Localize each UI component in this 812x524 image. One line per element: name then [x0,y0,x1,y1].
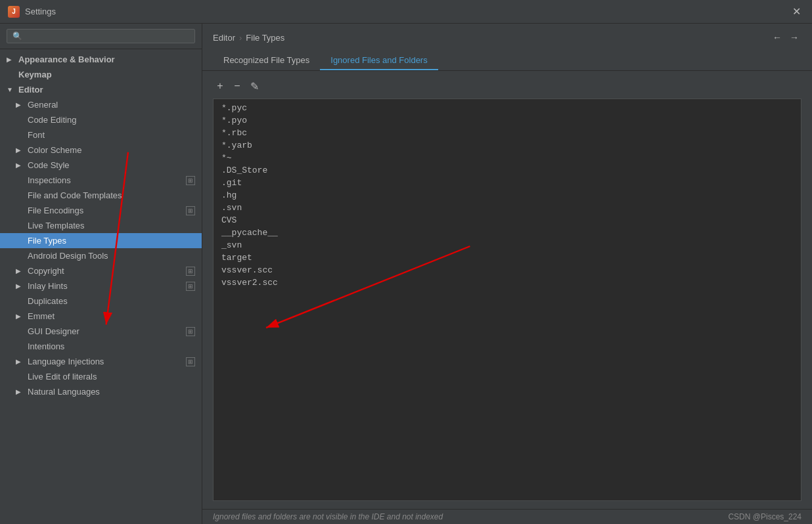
status-text: Ignored files and folders are not visibl… [213,512,443,521]
sidebar-item-label: General [28,100,58,110]
search-input[interactable] [7,29,195,43]
sidebar-item-label: Font [28,130,45,140]
chevron-icon: ▶ [16,101,24,108]
title-bar: J Settings ✕ [0,0,812,24]
list-item[interactable]: *~ [214,152,801,164]
sidebar-badge: ⊞ [186,282,195,291]
chevron-icon: ▶ [16,358,24,365]
sidebar-item-label: Live Templates [28,221,84,230]
close-button[interactable]: ✕ [788,4,804,20]
sidebar-item-label: Live Edit of literals [28,372,97,382]
sidebar-item-label: Code Style [28,160,70,170]
tabs-container: Recognized File TypesIgnored Files and F… [213,51,801,70]
tab-ignored[interactable]: Ignored Files and Folders [320,51,438,70]
sidebar-badge: ⊞ [186,357,195,366]
sidebar-item-label: Android Design Tools [28,251,108,261]
sidebar-item-live-templates[interactable]: ▶Live Templates [0,218,202,233]
edit-button[interactable]: ✎ [247,79,261,93]
sidebar-badge: ⊞ [186,327,195,336]
sidebar-item-label: Code Editing [28,115,76,125]
sidebar-item-file-code-templates[interactable]: ▶File and Code Templates [0,188,202,203]
chevron-icon: ▶ [16,282,24,290]
sidebar-item-android-design-tools[interactable]: ▶Android Design Tools [0,248,202,263]
list-item[interactable]: *.yarb [214,139,801,152]
sidebar-item-language-injections[interactable]: ▶Language Injections⊞ [0,354,202,369]
add-button[interactable]: + [213,79,227,93]
content-area: Editor › File Types ← → Recognized File … [202,24,812,524]
breadcrumb-nav: ← → [770,30,801,45]
list-item[interactable]: .hg [214,189,801,202]
sidebar-item-label: Editor [18,85,43,95]
chevron-icon: ▼ [7,86,14,93]
list-item[interactable]: .DS_Store [214,164,801,177]
list-item[interactable]: vssver2.scc [214,276,801,289]
sidebar-badge: ⊞ [186,206,195,215]
sidebar-item-color-scheme[interactable]: ▶Color Scheme [0,142,202,158]
list-item[interactable]: CVS [214,214,801,227]
sidebar-item-label: File and Code Templates [28,190,122,200]
sidebar-item-code-style[interactable]: ▶Code Style [0,158,202,173]
sidebar-item-label: Color Scheme [28,145,81,155]
list-item[interactable]: *.rbc [214,127,801,139]
sidebar-item-live-edit-literals[interactable]: ▶Live Edit of literals [0,369,202,384]
list-item[interactable]: .svn [214,202,801,214]
list-item[interactable]: vssver.scc [214,264,801,276]
app-icon: J [8,6,20,18]
content-header: Editor › File Types ← → Recognized File … [202,24,812,71]
toolbar: + − ✎ [213,79,801,93]
sidebar-item-editor[interactable]: ▼Editor [0,82,202,97]
content-body: + − ✎ *.pyc*.pyo*.rbc*.yarb*~.DS_Store.g… [202,71,812,509]
sidebar-item-label: Intentions [28,341,64,351]
sidebar-item-gui-designer[interactable]: ▶GUI Designer⊞ [0,324,202,339]
sidebar-item-copyright[interactable]: ▶Copyright⊞ [0,263,202,278]
sidebar-item-label: GUI Designer [28,326,79,336]
chevron-icon: ▶ [16,313,24,320]
breadcrumb: Editor › File Types ← → [213,30,801,45]
brand-text: CSDN @Pisces_224 [728,512,801,521]
sidebar-item-inspections[interactable]: ▶Inspections⊞ [0,173,202,188]
sidebar-item-label: Keymap [18,70,52,79]
sidebar-item-file-types[interactable]: ▶File Types [0,233,202,248]
sidebar-badge: ⊞ [186,267,195,276]
sidebar-item-natural-languages[interactable]: ▶Natural Languages [0,384,202,399]
sidebar-item-label: File Encodings [28,206,83,215]
sidebar-item-label: Inlay Hints [28,281,68,291]
sidebar-item-keymap[interactable]: ▶Keymap [0,67,202,82]
sidebar-badge: ⊞ [186,176,195,185]
breadcrumb-sep: › [239,33,242,43]
window-title: Settings [25,7,56,16]
sidebar-item-label: Natural Languages [28,387,100,397]
breadcrumb-editor[interactable]: Editor [213,33,235,43]
nav-forward-button[interactable]: → [787,30,801,45]
sidebar-item-label: File Types [28,236,66,246]
status-bar: Ignored files and folders are not visibl… [202,509,812,524]
chevron-icon: ▶ [16,146,24,154]
sidebar-item-general[interactable]: ▶General [0,97,202,112]
tab-recognized[interactable]: Recognized File Types [213,51,320,70]
sidebar-item-inlay-hints[interactable]: ▶Inlay Hints⊞ [0,278,202,294]
sidebar: ▶Appearance & Behavior▶Keymap▼Editor▶Gen… [0,24,202,524]
list-item[interactable]: _svn [214,239,801,251]
sidebar-item-duplicates[interactable]: ▶Duplicates [0,294,202,309]
sidebar-item-code-editing[interactable]: ▶Code Editing [0,112,202,127]
sidebar-item-font[interactable]: ▶Font [0,127,202,142]
list-item[interactable]: *.pyo [214,114,801,127]
list-item[interactable]: target [214,251,801,264]
sidebar-item-emmet[interactable]: ▶Emmet [0,309,202,324]
breadcrumb-file-types: File Types [246,33,284,43]
chevron-icon: ▶ [16,162,24,169]
list-item[interactable]: *.pyc [214,102,801,114]
chevron-icon: ▶ [16,388,24,395]
list-item[interactable]: __pycache__ [214,227,801,239]
nav-back-button[interactable]: ← [770,30,784,45]
sidebar-scroll: ▶Appearance & Behavior▶Keymap▼Editor▶Gen… [0,49,202,524]
sidebar-item-appearance[interactable]: ▶Appearance & Behavior [0,52,202,67]
remove-button[interactable]: − [230,79,244,93]
sidebar-item-label: Emmet [28,311,55,321]
file-list: *.pyc*.pyo*.rbc*.yarb*~.DS_Store.git.hg.… [213,98,801,501]
sidebar-item-label: Appearance & Behavior [18,55,115,64]
sidebar-item-intentions[interactable]: ▶Intentions [0,339,202,354]
sidebar-item-file-encodings[interactable]: ▶File Encodings⊞ [0,203,202,218]
sidebar-item-label: Copyright [28,266,64,276]
list-item[interactable]: .git [214,177,801,189]
